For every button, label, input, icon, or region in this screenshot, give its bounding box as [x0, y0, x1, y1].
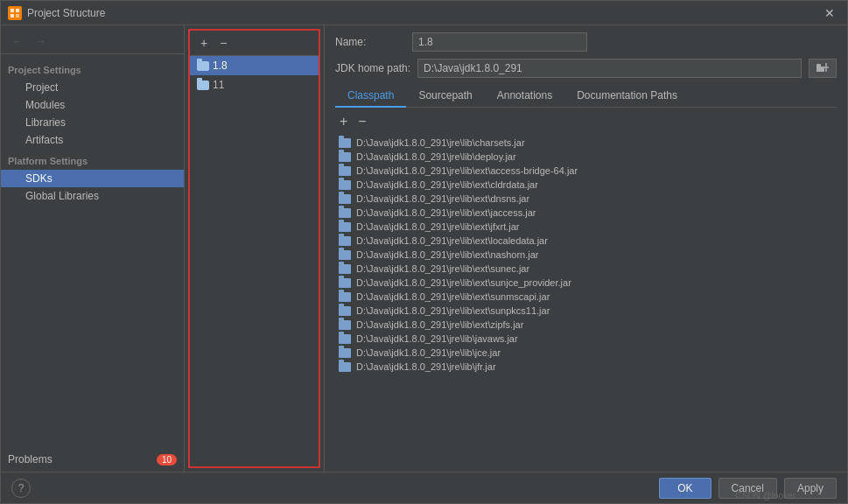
sdk-list-border: + − 1.8 11	[188, 29, 320, 468]
jar-icon	[339, 320, 351, 330]
jar-item[interactable]: D:\Java\jdk1.8.0_291\jre\lib\charsets.ja…	[335, 136, 837, 150]
tab-classpath[interactable]: Classpath	[335, 85, 406, 108]
sidebar-item-sdks[interactable]: SDKs	[1, 170, 184, 187]
title-bar-left: Project Structure	[8, 6, 105, 20]
svg-rect-3	[16, 14, 19, 18]
sdk-panel: + − 1.8 11	[185, 25, 325, 472]
jar-path: D:\Java\jdk1.8.0_291\jre\lib\ext\sunmsca…	[356, 291, 550, 302]
jar-item[interactable]: D:\Java\jdk1.8.0_291\jre\lib\ext\access-…	[335, 164, 837, 178]
tab-annotations[interactable]: Annotations	[485, 85, 564, 108]
jar-path: D:\Java\jdk1.8.0_291\jre\lib\ext\cldrdat…	[356, 179, 538, 190]
sidebar-item-artifacts[interactable]: Artifacts	[1, 131, 184, 149]
svg-rect-1	[16, 9, 19, 12]
jar-path: D:\Java\jdk1.8.0_291\jre\lib\ext\jaccess…	[356, 207, 536, 218]
jar-path: D:\Java\jdk1.8.0_291\jre\lib\deploy.jar	[356, 151, 516, 162]
apply-button[interactable]: Apply	[784, 478, 837, 499]
jar-item[interactable]: D:\Java\jdk1.8.0_291\jre\lib\ext\zipfs.j…	[335, 318, 837, 332]
jar-path: D:\Java\jdk1.8.0_291\jre\lib\jce.jar	[356, 347, 501, 358]
name-row: Name:	[335, 32, 837, 52]
jar-path: D:\Java\jdk1.8.0_291\jre\lib\ext\nashorn…	[356, 249, 539, 260]
platform-settings-header: Platform Settings	[1, 152, 184, 170]
sdk-toolbar: + −	[190, 31, 319, 56]
jar-icon	[339, 362, 351, 372]
jar-item[interactable]: D:\Java\jdk1.8.0_291\jre\lib\jce.jar	[335, 346, 837, 360]
project-structure-window: Project Structure ✕ ← → Project Settings…	[0, 0, 848, 504]
window-title: Project Structure	[27, 7, 105, 19]
browse-button[interactable]	[809, 59, 837, 78]
jar-icon	[339, 306, 351, 316]
jar-icon	[339, 138, 351, 148]
jar-icon	[339, 222, 351, 232]
jar-list: D:\Java\jdk1.8.0_291\jre\lib\charsets.ja…	[335, 136, 837, 465]
jar-path: D:\Java\jdk1.8.0_291\jre\lib\ext\jfxrt.j…	[356, 221, 519, 232]
jar-item[interactable]: D:\Java\jdk1.8.0_291\jre\lib\javaws.jar	[335, 332, 837, 346]
jar-item[interactable]: D:\Java\jdk1.8.0_291\jre\lib\ext\nashorn…	[335, 248, 837, 262]
jar-icon	[339, 236, 351, 246]
tabs: Classpath Sourcepath Annotations Documen…	[335, 85, 837, 108]
sidebar-item-project[interactable]: Project	[1, 79, 184, 96]
jar-item[interactable]: D:\Java\jdk1.8.0_291\jre\lib\ext\cldrdat…	[335, 178, 837, 192]
jar-item[interactable]: D:\Java\jdk1.8.0_291\jre\lib\ext\sunmsca…	[335, 290, 837, 304]
sdk-item-11[interactable]: 11	[190, 75, 319, 94]
tab-sourcepath[interactable]: Sourcepath	[406, 85, 484, 108]
sdk-item-label: 11	[213, 79, 224, 91]
jar-path: D:\Java\jdk1.8.0_291\jre\lib\javaws.jar	[356, 333, 518, 344]
back-button[interactable]: ←	[8, 32, 27, 50]
sdk-add-button[interactable]: +	[195, 34, 213, 52]
sidebar-item-libraries[interactable]: Libraries	[1, 114, 184, 131]
tab-documentation-paths[interactable]: Documentation Paths	[564, 85, 690, 108]
jar-path: D:\Java\jdk1.8.0_291\jre\lib\ext\zipfs.j…	[356, 319, 523, 330]
ok-button[interactable]: OK	[659, 478, 711, 499]
content-area: ← → Project Settings Project Modules Lib…	[1, 25, 847, 472]
jar-icon	[339, 208, 351, 218]
bottom-bar: ? OK Cancel Apply	[1, 472, 847, 503]
jar-icon	[339, 166, 351, 176]
jar-item[interactable]: D:\Java\jdk1.8.0_291\jre\lib\ext\localed…	[335, 234, 837, 248]
jar-path: D:\Java\jdk1.8.0_291\jre\lib\ext\sunpkcs…	[356, 305, 550, 316]
jar-icon	[339, 250, 351, 260]
jar-icon	[339, 278, 351, 288]
nav-arrows: ← →	[1, 29, 184, 54]
jar-item[interactable]: D:\Java\jdk1.8.0_291\jre\lib\ext\sunpkcs…	[335, 304, 837, 318]
jar-icon	[339, 264, 351, 274]
problems-item[interactable]: Problems 10	[1, 451, 184, 468]
jar-item[interactable]: D:\Java\jdk1.8.0_291\jre\lib\ext\jfxrt.j…	[335, 220, 837, 234]
folder-icon	[197, 61, 209, 71]
jar-icon	[339, 194, 351, 204]
jar-icon	[339, 334, 351, 344]
jar-item[interactable]: D:\Java\jdk1.8.0_291\jre\lib\ext\sunec.j…	[335, 262, 837, 276]
jar-item[interactable]: D:\Java\jdk1.8.0_291\jre\lib\ext\dnsns.j…	[335, 192, 837, 206]
jar-item[interactable]: D:\Java\jdk1.8.0_291\jre\lib\jfr.jar	[335, 360, 837, 374]
svg-rect-0	[11, 9, 14, 12]
jar-item[interactable]: D:\Java\jdk1.8.0_291\jre\lib\deploy.jar	[335, 150, 837, 164]
sidebar-item-global-libraries[interactable]: Global Libraries	[1, 187, 184, 205]
sdk-remove-button[interactable]: −	[214, 34, 232, 52]
sdk-item-1.8[interactable]: 1.8	[190, 56, 319, 75]
forward-button[interactable]: →	[31, 32, 50, 50]
sidebar: ← → Project Settings Project Modules Lib…	[1, 25, 185, 472]
name-input[interactable]	[412, 32, 587, 52]
main-panel: Name: JDK home path:	[325, 25, 847, 472]
close-button[interactable]: ✕	[819, 4, 840, 22]
jar-path: D:\Java\jdk1.8.0_291\jre\lib\charsets.ja…	[356, 137, 525, 148]
sidebar-item-modules[interactable]: Modules	[1, 96, 184, 114]
classpath-remove-button[interactable]: −	[354, 113, 370, 130]
jar-path: D:\Java\jdk1.8.0_291\jre\lib\ext\localed…	[356, 235, 548, 246]
sdk-list: 1.8 11	[190, 56, 319, 466]
title-bar: Project Structure ✕	[1, 1, 847, 25]
jdk-path-input[interactable]	[417, 59, 802, 78]
jar-icon	[339, 180, 351, 190]
cancel-button[interactable]: Cancel	[718, 478, 777, 499]
jar-icon	[339, 152, 351, 162]
jar-item[interactable]: D:\Java\jdk1.8.0_291\jre\lib\ext\jaccess…	[335, 206, 837, 220]
jar-item[interactable]: D:\Java\jdk1.8.0_291\jre\lib\ext\sunjce_…	[335, 276, 837, 290]
jar-icon	[339, 292, 351, 302]
jar-path: D:\Java\jdk1.8.0_291\jre\lib\ext\sunec.j…	[356, 263, 529, 274]
jdk-label: JDK home path:	[335, 62, 410, 74]
sdk-item-label: 1.8	[213, 60, 228, 72]
classpath-add-button[interactable]: +	[335, 113, 352, 130]
project-settings-header: Project Settings	[1, 61, 184, 79]
name-label: Name:	[335, 36, 405, 48]
action-buttons: OK Cancel Apply	[659, 478, 837, 499]
help-button[interactable]: ?	[11, 479, 31, 498]
